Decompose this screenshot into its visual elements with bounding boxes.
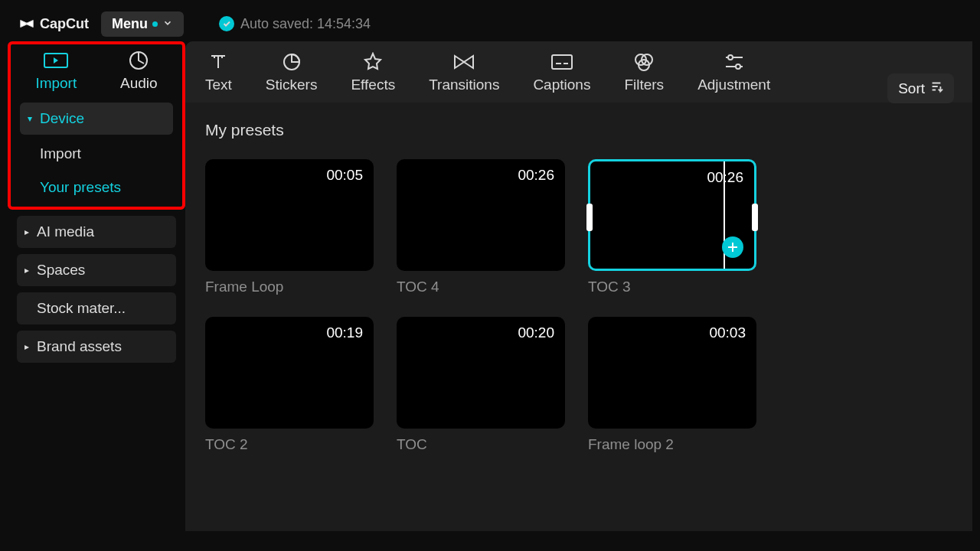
- preset-card[interactable]: 00:20 TOC: [397, 317, 565, 453]
- sidebar-sub-import[interactable]: Import: [20, 139, 173, 168]
- tab-filters[interactable]: Filters: [624, 52, 664, 93]
- sidebar-item-brand-assets[interactable]: ▸ Brand assets: [17, 331, 176, 363]
- adjustment-icon: [724, 52, 745, 72]
- preset-thumbnail[interactable]: 00:03: [588, 317, 756, 429]
- preset-label: TOC 2: [205, 436, 374, 453]
- sort-label: Sort: [898, 80, 925, 97]
- preset-duration: 00:19: [326, 324, 363, 341]
- preset-duration: 00:05: [326, 167, 363, 184]
- tab-filters-label: Filters: [624, 77, 664, 93]
- sidebar-brand-label: Brand assets: [37, 338, 122, 355]
- transitions-icon: [452, 52, 475, 72]
- preset-thumbnail[interactable]: 00:05: [205, 159, 374, 271]
- tab-audio-label: Audio: [120, 75, 158, 92]
- section-title: My presets: [205, 121, 952, 139]
- preset-thumbnail-selected[interactable]: 00:26: [588, 159, 756, 271]
- preset-label: TOC 4: [397, 279, 565, 295]
- sidebar-spaces-label: Spaces: [37, 262, 85, 279]
- tab-audio[interactable]: Audio: [120, 51, 158, 92]
- sidebar-ai-media-label: AI media: [37, 223, 94, 240]
- preset-card[interactable]: 00:05 Frame Loop: [205, 159, 374, 295]
- trim-handle-right[interactable]: [752, 204, 758, 231]
- chevron-down-icon: [162, 16, 173, 32]
- brand-text: CapCut: [40, 16, 89, 32]
- sidebar-sub-your-presets-label: Your presets: [40, 179, 121, 195]
- sidebar-sub-your-presets[interactable]: Your presets: [20, 173, 173, 202]
- text-icon: [208, 52, 228, 72]
- preset-card[interactable]: 00:26 TOC 3: [588, 159, 756, 295]
- stickers-icon: [282, 52, 302, 72]
- effects-icon: [363, 52, 383, 72]
- captions-icon: [550, 52, 573, 72]
- tab-import[interactable]: Import: [35, 51, 77, 92]
- preset-thumbnail[interactable]: 00:19: [205, 317, 374, 429]
- svg-point-7: [728, 55, 733, 60]
- filters-icon: [633, 52, 655, 72]
- svg-rect-3: [552, 55, 572, 69]
- preset-duration: 00:20: [518, 324, 554, 341]
- tab-text-label: Text: [205, 77, 232, 93]
- menu-indicator-dot: [152, 21, 158, 27]
- tab-captions[interactable]: Captions: [533, 52, 590, 93]
- autosave-text: Auto saved: 14:54:34: [240, 16, 371, 32]
- autosave-status: Auto saved: 14:54:34: [219, 16, 371, 32]
- preset-card[interactable]: 00:19 TOC 2: [205, 317, 374, 453]
- sidebar-item-stock-materials[interactable]: ▸ Stock mater...: [17, 292, 176, 324]
- tab-captions-label: Captions: [533, 77, 590, 93]
- menu-label: Menu: [112, 16, 148, 32]
- sidebar-item-spaces[interactable]: ▸ Spaces: [17, 254, 176, 286]
- menu-button[interactable]: Menu: [101, 11, 184, 37]
- app-logo: CapCut: [18, 15, 89, 32]
- tab-adjustment[interactable]: Adjustment: [697, 52, 770, 93]
- tab-effects-label: Effects: [351, 77, 395, 93]
- annotation-highlight: Import Audio ▾: [8, 41, 185, 210]
- preset-thumbnail[interactable]: 00:26: [397, 159, 565, 271]
- sidebar-stock-label: Stock mater...: [37, 300, 126, 317]
- sort-icon: [929, 80, 943, 97]
- caret-right-icon: ▸: [24, 227, 32, 237]
- tab-transitions-label: Transitions: [429, 77, 499, 93]
- tab-effects[interactable]: Effects: [351, 52, 395, 93]
- caret-down-icon: ▾: [28, 113, 35, 124]
- preset-duration: 00:26: [707, 169, 743, 186]
- tab-stickers-label: Stickers: [266, 77, 318, 93]
- preset-card[interactable]: 00:03 Frame loop 2: [588, 317, 756, 453]
- preset-thumbnail[interactable]: 00:20: [397, 317, 565, 429]
- preset-label: Frame loop 2: [588, 436, 756, 453]
- preset-label: TOC: [397, 436, 565, 453]
- preset-label: Frame Loop: [205, 279, 374, 295]
- preset-duration: 00:03: [709, 324, 746, 341]
- add-to-timeline-button[interactable]: [722, 236, 743, 258]
- preset-label: TOC 3: [588, 279, 756, 295]
- tab-transitions[interactable]: Transitions: [429, 52, 499, 93]
- sort-button[interactable]: Sort: [887, 73, 954, 103]
- sidebar-item-device[interactable]: ▾ Device: [20, 103, 173, 135]
- preset-card[interactable]: 00:26 TOC 4: [397, 159, 565, 295]
- sidebar-device-label: Device: [40, 110, 84, 127]
- caret-right-icon: ▸: [24, 265, 32, 276]
- capcut-logo-icon: [18, 15, 35, 32]
- check-icon: [219, 16, 234, 31]
- import-icon: [43, 51, 69, 70]
- tab-text[interactable]: Text: [205, 52, 232, 93]
- sidebar-item-ai-media[interactable]: ▸ AI media: [17, 216, 176, 248]
- sidebar-sub-import-label: Import: [40, 145, 81, 161]
- trim-handle-left[interactable]: [586, 204, 593, 231]
- tab-stickers[interactable]: Stickers: [266, 52, 318, 93]
- tab-adjustment-label: Adjustment: [697, 77, 770, 93]
- audio-icon: [129, 51, 149, 70]
- svg-point-8: [736, 64, 740, 69]
- tab-import-label: Import: [35, 75, 77, 92]
- preset-duration: 00:26: [518, 167, 554, 184]
- caret-right-icon: ▸: [24, 341, 32, 352]
